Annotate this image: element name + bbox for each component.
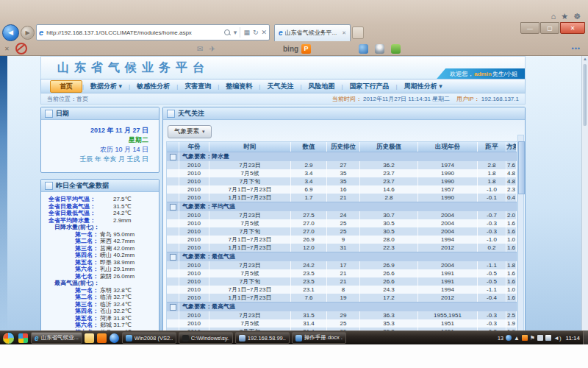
tray-display-icon[interactable] — [537, 335, 543, 341]
table-row[interactable]: 20101月1日~7月23日7.61917.22012-0.41.6 — [167, 294, 517, 302]
table-cell: 1955,1951 — [418, 311, 478, 319]
table-cell: 24.2 — [291, 261, 327, 269]
addon-bar-close-icon[interactable]: ✕ — [4, 46, 10, 52]
taskbar: e 山东省气候业... Win2008 (VS2...C:\Windows\sy… — [0, 330, 588, 344]
home-icon[interactable]: ⌂ — [551, 12, 556, 21]
refresh-icon[interactable]: ↻ — [253, 29, 259, 36]
expand-icon[interactable] — [170, 154, 176, 160]
expand-icon[interactable] — [170, 254, 176, 261]
tray-hidden-icons[interactable]: ▲ — [514, 335, 520, 342]
table-row[interactable]: 20101月1日~7月23日1.7212.81990-0.10.4 — [167, 194, 517, 202]
profile-addon-icon[interactable] — [375, 44, 384, 54]
address-bar[interactable]: e http://192.168.137.1/GLCCLIMATE/module… — [36, 24, 270, 40]
taskbar-window-4[interactable]: 操作手册.docx ... — [292, 332, 346, 344]
plugin-addon-icon[interactable] — [391, 44, 401, 54]
nav-item-8[interactable]: 国家下行产品 — [343, 81, 396, 92]
tray-flag-icon[interactable]: ⚑ — [530, 335, 535, 342]
pinned-app-icon[interactable] — [18, 333, 28, 343]
mail-icon[interactable]: ✉ — [197, 45, 203, 53]
search-icon[interactable] — [224, 29, 231, 36]
expand-icon[interactable] — [170, 304, 176, 311]
scroll-up-icon[interactable]: ▲ — [582, 56, 588, 63]
start-button[interactable] — [2, 332, 15, 344]
share-icon[interactable]: ✈ — [209, 45, 215, 53]
tray-security-icon[interactable] — [522, 335, 528, 341]
nav-item-6[interactable]: 天气关注 — [260, 81, 300, 92]
maximize-button[interactable]: ▢ — [540, 22, 559, 34]
orange-app-icon[interactable] — [97, 333, 107, 343]
compatibility-view-icon[interactable]: ▦ — [243, 29, 250, 36]
search-dropdown-icon[interactable]: ▾ — [234, 29, 237, 36]
table-cell: 7月5候 — [209, 319, 291, 328]
table-cell: 1.0 — [506, 236, 517, 244]
panel-scrollbar[interactable] — [517, 135, 524, 330]
table-cell: 17.2 — [360, 294, 418, 302]
table-row[interactable]: 20107月5候3.43523.719901.84.8 — [167, 169, 517, 177]
table-row[interactable]: 20107月5候23.52126.61991-0.51.6 — [167, 269, 517, 277]
screen: ◀ ▶ e http://192.168.137.1/GLCCLIMATE/mo… — [0, 0, 588, 368]
table-row[interactable]: 20107月23日31.52936.31955,1951-0.32.5 — [167, 311, 517, 319]
expand-icon[interactable] — [170, 204, 176, 210]
table-group-header[interactable]: 气象要素：降水量 — [167, 152, 517, 161]
taskbar-window-1[interactable]: Win2008 (VS2... — [122, 332, 176, 344]
table-row[interactable]: 20101月1日~7月23日12.03122.320120.21.6 — [167, 244, 517, 252]
table-group-header[interactable]: 气象要素：最高气温 — [167, 302, 517, 311]
minimize-button[interactable]: — — [520, 22, 539, 34]
nav-item-4[interactable]: 灾害查询 — [178, 81, 218, 92]
browser-tab[interactable]: e 山东省气候业务平... ✕ — [274, 24, 351, 41]
scrollbar-thumb[interactable] — [583, 64, 587, 126]
table-row[interactable]: 20107月5候31.42535.31951-0.31.9 — [167, 319, 517, 328]
camera-addon-icon[interactable] — [359, 44, 368, 54]
url-text[interactable]: http://192.168.137.1/GLCCLIMATE/modules/… — [46, 29, 224, 36]
group-label: 气象要素：最高气温 — [179, 302, 517, 311]
nav-item-5[interactable]: 整编资料 — [219, 81, 259, 92]
media-player-icon[interactable] — [110, 333, 119, 343]
nav-item-2[interactable]: 数据分析 ▾ — [84, 81, 129, 92]
tab-close-icon[interactable]: ✕ — [342, 30, 346, 36]
table-row[interactable]: 20107月23日24.21726.92004-1.11.8 — [167, 261, 517, 269]
show-desktop-button[interactable] — [583, 331, 588, 344]
table-row[interactable]: 20107月下旬3.43523.719901.84.8 — [167, 177, 517, 185]
browser-scrollbar[interactable]: ▲ — [581, 56, 588, 330]
table-cell: 2010 — [179, 161, 209, 169]
taskbar-window-ie[interactable]: e 山东省气候业... — [31, 332, 82, 344]
blocked-content-icon[interactable] — [15, 43, 27, 54]
nav-item-9[interactable]: 周期性分析 ▾ — [398, 81, 449, 92]
more-options-icon[interactable]: ••• — [572, 45, 581, 52]
nav-item-7[interactable]: 风险地图 — [302, 81, 342, 92]
tray-network-icon[interactable] — [545, 335, 551, 341]
table-cell: 2010 — [179, 236, 209, 244]
bing-search-button[interactable]: P — [301, 44, 311, 54]
taskbar-clock[interactable]: 11:14 — [566, 335, 580, 342]
table-row[interactable]: 20107月23日2.92736.219742.87.6 — [167, 161, 517, 169]
table-row[interactable]: 20107月下旬23.52126.61991-0.51.6 — [167, 277, 517, 286]
table-group-header[interactable]: 气象要素：最低气温 — [167, 252, 517, 261]
table-row[interactable]: 20107月下旬27.02530.52004-0.31.6 — [167, 227, 517, 236]
close-button[interactable]: ✕ — [560, 22, 585, 34]
tools-gear-icon[interactable]: ☸ — [573, 12, 581, 21]
table-row[interactable]: 20107月1日~7月23日6.91614.61957-1.02.3 — [167, 185, 517, 194]
taskbar-window-2[interactable]: C:\Windows\sy... — [179, 332, 233, 344]
nav-item-3[interactable]: 敏感性分析 — [130, 81, 176, 92]
element-select-button[interactable]: 气象要素 ▾ — [168, 125, 212, 138]
table-row[interactable]: 20107月1日~7月23日26.9928.01994-1.01.0 — [167, 236, 517, 244]
table-group-header[interactable]: 气象要素：平均气温 — [167, 202, 517, 211]
tray-volume-icon[interactable]: ◄) — [553, 335, 562, 342]
explorer-folder-icon[interactable] — [85, 333, 94, 343]
new-tab-button[interactable] — [352, 26, 364, 39]
nav-item-1[interactable]: 首页 — [50, 80, 82, 93]
back-button[interactable]: ◀ — [2, 24, 19, 41]
taskbar-window-3[interactable]: 192.168.58.99... — [235, 332, 290, 344]
stop-icon[interactable]: ✕ — [261, 29, 267, 36]
row-spacer-cell — [167, 161, 179, 169]
table-row[interactable]: 20107月1日~7月23日23.1824.31994-1.11.0 — [167, 286, 517, 294]
table-row[interactable]: 20107月5候27.02530.52004-0.31.6 — [167, 219, 517, 227]
table-cell: 1991 — [418, 277, 478, 286]
stat-value: 31.5℃ — [113, 203, 132, 210]
calendar-icon — [45, 110, 53, 118]
favorites-star-icon[interactable]: ★ — [561, 12, 568, 21]
status-info: 当前时间： 2012年11月27日 11:14:31 星期二 用户IP： 192… — [332, 95, 519, 103]
table-row[interactable]: 20107月23日27.52430.72004-0.72.0 — [167, 211, 517, 219]
forward-button[interactable]: ▶ — [21, 26, 35, 40]
tray-network-globe-icon[interactable] — [506, 335, 512, 341]
